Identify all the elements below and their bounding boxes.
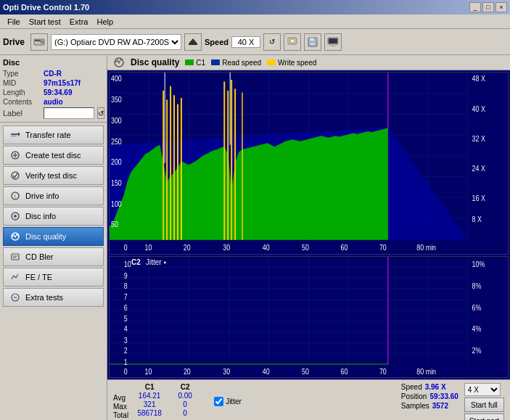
disc-label-input[interactable]: [44, 107, 94, 119]
svg-marker-15: [18, 132, 20, 136]
max-label: Max: [113, 403, 128, 411]
c1-header: C1: [131, 383, 168, 391]
svg-text:70: 70: [379, 243, 387, 252]
close-button[interactable]: ×: [495, 2, 507, 12]
nav-buttons: Transfer rate Create test disc Verify te…: [0, 123, 107, 310]
start-part-button[interactable]: Start part: [464, 413, 504, 420]
svg-rect-13: [330, 46, 336, 46]
drive-icon-btn[interactable]: [30, 33, 48, 51]
chart-title: Disc quality: [131, 57, 179, 67]
menu-help[interactable]: Help: [92, 16, 118, 28]
svg-text:4%: 4%: [472, 324, 482, 333]
jitter-chart-label: Jitter ▪: [146, 258, 166, 266]
svg-point-2: [41, 41, 44, 44]
svg-text:6: 6: [124, 303, 128, 312]
stats-bar: Avg Max Total C1 164.21 321 586718 C2 0.…: [107, 379, 510, 420]
nav-fe-te-label: FE / TE: [25, 273, 52, 281]
svg-text:200: 200: [111, 157, 122, 166]
legend-write-speed: Write speed: [267, 59, 316, 67]
nav-create-test-disc[interactable]: Create test disc: [3, 146, 104, 165]
speed-dropdown[interactable]: 4 X: [464, 383, 501, 396]
eject-button[interactable]: [184, 33, 202, 51]
svg-rect-1: [35, 40, 41, 41]
disc-mid-value: 97m15s17f: [44, 79, 81, 87]
nav-create-test-label: Create test disc: [25, 151, 81, 160]
app-title: Opti Drive Control 1.70: [3, 3, 89, 12]
title-bar: Opti Drive Control 1.70 _ □ ×: [0, 0, 510, 15]
nav-disc-quality[interactable]: Disc quality: [3, 227, 104, 246]
stats-table: Avg Max Total C1 164.21 321 586718 C2 0.…: [113, 383, 242, 419]
disc-section: Disc Type CD-R MID 97m15s17f Length 59:3…: [0, 55, 107, 123]
chart-header-icon: [113, 57, 125, 68]
speed-position-stats: Speed 3.96 X Position 59:33.60 Samples 3…: [401, 383, 458, 410]
svg-marker-106: [110, 363, 388, 364]
settings-button[interactable]: [284, 33, 301, 51]
svg-text:32 X: 32 X: [472, 134, 486, 143]
menu-file[interactable]: File: [3, 16, 25, 28]
svg-point-6: [291, 39, 295, 43]
nav-verify-test-disc[interactable]: Verify test disc: [3, 166, 104, 185]
svg-rect-87: [110, 257, 508, 377]
total-label: Total: [113, 411, 128, 419]
svg-text:40: 40: [263, 243, 270, 252]
fe-te-icon: [9, 271, 21, 283]
nav-cd-bler-label: CD Bler: [25, 252, 54, 261]
right-panel: Disc quality C1 Read speed Write speed: [107, 55, 510, 420]
avg-c2: 0.00: [170, 392, 200, 400]
svg-text:1: 1: [124, 357, 128, 366]
samples-value: 3572: [432, 402, 448, 410]
position-label: Position: [401, 392, 427, 400]
start-full-button[interactable]: Start full: [464, 398, 504, 412]
minimize-button[interactable]: _: [469, 2, 481, 12]
svg-text:24 X: 24 X: [472, 164, 486, 173]
svg-text:20: 20: [184, 243, 191, 252]
nav-cd-bler[interactable]: CD Bler: [3, 247, 104, 266]
disc-type-value: CD-R: [44, 70, 62, 78]
drive-selector[interactable]: (G:) Optiarc DVD RW AD-7200S 1.0B: [51, 34, 181, 50]
legend-c1: C1: [185, 59, 205, 67]
disc-contents-label: Contents: [3, 98, 41, 106]
disc-label-row: Label ↺: [3, 107, 104, 119]
svg-rect-26: [12, 254, 19, 260]
verify-test-icon: [9, 170, 21, 181]
svg-rect-14: [11, 133, 18, 135]
speed-stat-value: 3.96 X: [425, 383, 446, 391]
legend-write-speed-label: Write speed: [278, 59, 316, 67]
top-chart-svg: 400 350 300 250 200 150 100 50 48 X 40 X…: [110, 73, 508, 254]
disc-contents-value: audio: [44, 98, 63, 106]
svg-text:9: 9: [124, 271, 128, 280]
svg-text:10: 10: [144, 366, 152, 375]
nav-fe-te[interactable]: FE / TE: [3, 268, 104, 287]
svg-text:100: 100: [111, 199, 122, 208]
svg-marker-4: [189, 38, 197, 44]
svg-text:5: 5: [124, 314, 128, 323]
svg-text:350: 350: [111, 95, 122, 104]
bottom-chart-svg: 10 9 8 7 6 5 4 3 2 1 10% 8% 6% 4% 2%: [110, 257, 508, 377]
jitter-checkbox[interactable]: [214, 397, 223, 406]
nav-transfer-rate[interactable]: Transfer rate: [3, 125, 104, 144]
legend-write-speed-box: [267, 59, 276, 65]
legend-read-speed: Read speed: [211, 59, 261, 67]
menu-extra[interactable]: Extra: [65, 16, 93, 28]
nav-extra-tests[interactable]: Extra tests: [3, 288, 104, 307]
refresh-button[interactable]: ↺: [263, 33, 281, 51]
disc-label-icon-btn[interactable]: ↺: [97, 107, 104, 119]
svg-text:0: 0: [124, 243, 128, 252]
save-button[interactable]: [304, 33, 321, 51]
menu-start-test[interactable]: Start test: [25, 16, 65, 28]
chart-header: Disc quality C1 Read speed Write speed: [107, 55, 510, 70]
avg-label: Avg: [113, 394, 128, 402]
svg-text:3: 3: [124, 336, 128, 345]
max-c1: 321: [131, 400, 168, 408]
position-value: 59:33.60: [429, 392, 458, 400]
svg-text:2%: 2%: [472, 346, 482, 355]
svg-text:150: 150: [111, 178, 122, 187]
maximize-button[interactable]: □: [482, 2, 494, 12]
drive-info-icon: i: [9, 190, 21, 202]
nav-disc-info[interactable]: Disc info: [3, 207, 104, 226]
nav-drive-info[interactable]: i Drive info: [3, 186, 104, 205]
svg-text:80 min: 80 min: [416, 366, 436, 375]
svg-text:8 X: 8 X: [472, 215, 482, 223]
monitor-button[interactable]: [324, 33, 342, 51]
top-chart: 400 350 300 250 200 150 100 50 48 X 40 X…: [109, 72, 509, 255]
